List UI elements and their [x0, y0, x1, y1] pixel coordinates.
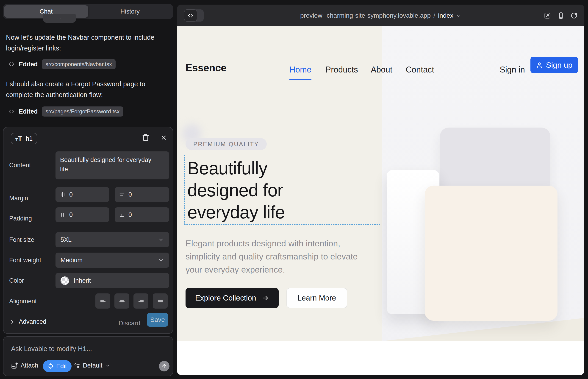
- nav-link-products[interactable]: Products: [325, 65, 358, 75]
- chat-history-tabs: Chat History: [3, 4, 173, 19]
- hero-paragraph: Elegant products designed with intention…: [186, 237, 364, 276]
- padding-vertical-icon: [119, 212, 125, 218]
- rendered-site: Essence Home Products About Contact Sign…: [177, 26, 584, 375]
- element-editor-panel: TT h1 Content Beautifully designed for e…: [3, 127, 173, 334]
- margin-x-input[interactable]: 0: [56, 187, 109, 202]
- hero-heading[interactable]: Beautifully designed for everyday life: [187, 157, 334, 223]
- content-input[interactable]: Beautifully designed for everyday life: [56, 151, 169, 179]
- edited-label: Edited: [19, 61, 38, 68]
- align-center-button[interactable]: [114, 293, 129, 309]
- learn-more-button[interactable]: Learn More: [286, 288, 347, 308]
- edited-file-pill[interactable]: src/pages/ForgotPassword.tsx: [42, 107, 123, 117]
- font-weight-select[interactable]: Medium: [56, 253, 169, 268]
- edited-file-pill[interactable]: src/components/Navbar.tsx: [42, 59, 116, 69]
- nav-link-contact[interactable]: Contact: [406, 65, 434, 75]
- sign-in-link[interactable]: Sign in: [500, 65, 525, 75]
- sliders-icon: [74, 363, 80, 369]
- margin-vertical-icon: [119, 191, 125, 198]
- edited-label: Edited: [19, 108, 38, 115]
- advanced-toggle[interactable]: Advanced: [9, 318, 46, 325]
- mobile-view-icon[interactable]: [557, 12, 564, 19]
- padding-y-input[interactable]: 0: [115, 207, 169, 222]
- attach-button[interactable]: Attach: [11, 362, 38, 369]
- sign-up-button[interactable]: Sign up: [530, 57, 578, 73]
- nav-link-about[interactable]: About: [371, 65, 392, 75]
- chat-sidebar: Chat History ·· Now let's update the Nav…: [0, 0, 177, 379]
- target-icon: [47, 363, 54, 369]
- site-navbar: Essence Home Products About Contact Sign…: [177, 26, 584, 81]
- open-external-icon[interactable]: [544, 12, 551, 19]
- chevron-right-icon: [9, 319, 15, 325]
- selected-element-tag[interactable]: TT h1: [11, 133, 37, 144]
- decorative-card-beige: [425, 186, 557, 321]
- chevron-down-icon: [158, 257, 164, 263]
- preview-page: index: [438, 12, 453, 19]
- color-picker-field[interactable]: Inherit: [56, 273, 169, 288]
- chat-message: Now let's update the Navbar component to…: [6, 32, 172, 54]
- margin-y-input[interactable]: 0: [115, 187, 169, 202]
- chevron-down-icon: [105, 363, 110, 368]
- content-label: Content: [9, 162, 31, 169]
- align-left-button[interactable]: [95, 293, 110, 309]
- edited-file-row[interactable]: Edited src/components/Navbar.tsx: [8, 59, 116, 69]
- margin-horizontal-icon: [60, 191, 66, 198]
- arrow-right-icon: [262, 295, 269, 301]
- explore-collection-button[interactable]: Explore Collection: [186, 288, 279, 308]
- chat-message: I should also create a Forgot Password p…: [6, 79, 172, 100]
- padding-x-input[interactable]: 0: [56, 207, 109, 222]
- save-button[interactable]: Save: [147, 313, 168, 327]
- preview-url-bar[interactable]: preview--charming-site-symphony.lovable.…: [177, 5, 584, 26]
- edit-mode-button[interactable]: Edit: [43, 360, 72, 372]
- chevron-down-icon: [456, 14, 461, 19]
- color-swatch: [61, 276, 69, 285]
- chevron-down-icon: [158, 237, 164, 243]
- hero-cta-row: Explore Collection Learn More: [186, 288, 347, 308]
- type-icon: TT: [15, 135, 23, 142]
- preview-toolbar: preview--charming-site-symphony.lovable.…: [177, 5, 584, 26]
- align-right-button[interactable]: [134, 293, 148, 309]
- mode-select[interactable]: Default: [74, 362, 110, 369]
- font-size-label: Font size: [9, 236, 34, 243]
- preview-window: preview--charming-site-symphony.lovable.…: [177, 5, 584, 375]
- padding-horizontal-icon: [60, 212, 66, 218]
- nav-link-home[interactable]: Home: [289, 65, 311, 75]
- user-icon: [536, 62, 543, 68]
- premium-quality-badge: PREMIUM QUALITY: [186, 138, 267, 150]
- font-size-select[interactable]: 5XL: [56, 232, 169, 247]
- align-justify-button[interactable]: [153, 293, 168, 309]
- padding-label: Padding: [9, 215, 32, 222]
- prompt-input[interactable]: Ask Lovable to modify H1...: [11, 345, 92, 353]
- delete-element-button[interactable]: [142, 134, 149, 141]
- prompt-composer: Ask Lovable to modify H1... Attach Edit …: [3, 336, 173, 376]
- scrolled-pill[interactable]: ··: [43, 14, 76, 23]
- code-icon: [8, 61, 15, 67]
- refresh-icon[interactable]: [571, 12, 577, 19]
- code-icon: [8, 108, 15, 115]
- section-below-hero: [177, 341, 584, 375]
- site-logo[interactable]: Essence: [186, 62, 227, 74]
- element-selection-outline[interactable]: Beautifully designed for everyday life: [184, 155, 380, 225]
- tab-history[interactable]: History: [88, 5, 172, 18]
- send-button[interactable]: [159, 361, 170, 371]
- preview-url: preview--charming-site-symphony.lovable.…: [300, 12, 431, 19]
- alignment-label: Alignment: [9, 298, 37, 305]
- image-plus-icon: [11, 362, 18, 369]
- discard-button[interactable]: Discard: [119, 320, 140, 327]
- margin-label: Margin: [9, 195, 28, 202]
- close-icon[interactable]: [160, 134, 167, 141]
- color-label: Color: [9, 277, 24, 284]
- font-weight-label: Font weight: [9, 257, 41, 264]
- edited-file-row[interactable]: Edited src/pages/ForgotPassword.tsx: [8, 107, 123, 117]
